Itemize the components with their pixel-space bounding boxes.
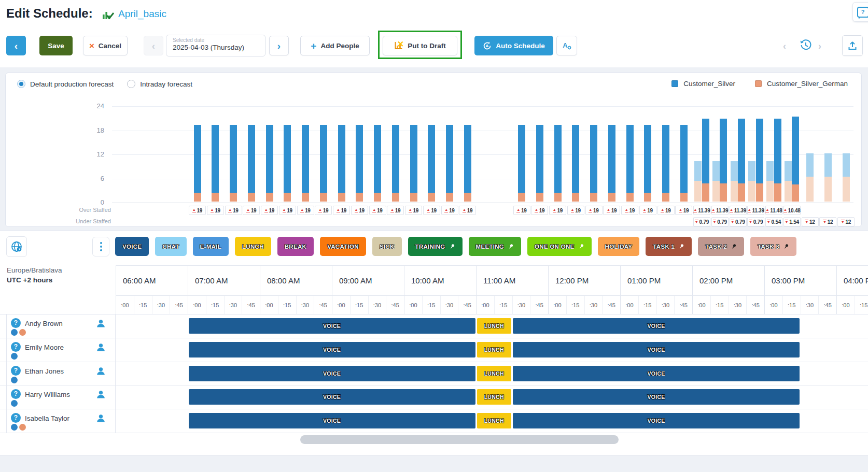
activity-button-training[interactable]: TRAINING	[408, 237, 463, 256]
history-clock-icon[interactable]	[799, 38, 813, 52]
pin-icon	[678, 244, 684, 250]
bar-segment-german	[806, 177, 814, 202]
schedule-rows: ?Andy BrownVOICELUNCHVOICE?Emily MooreVO…	[0, 314, 868, 433]
schedule-block-voice[interactable]: VOICE	[513, 342, 800, 357]
activity-button-holiday[interactable]: HOLIDAY	[598, 237, 640, 256]
cancel-button[interactable]: × Cancel	[83, 36, 128, 55]
activity-button-sick[interactable]: SICK	[372, 237, 402, 256]
save-button[interactable]: Save	[39, 36, 73, 55]
activity-button-task-1[interactable]: TASK 1	[646, 237, 692, 256]
next-day-button[interactable]: ›	[269, 36, 289, 55]
activity-button-one-on-one[interactable]: ONE ON ONE	[527, 237, 591, 256]
schedule-name-link[interactable]: April_basic	[118, 8, 166, 20]
history-next-icon[interactable]: ›	[818, 41, 821, 51]
employee-info-icon[interactable]: ?	[11, 413, 21, 423]
badge-value: 19	[341, 208, 347, 213]
employee-name-cell[interactable]: ?Emily Moore	[6, 338, 116, 362]
selected-date-label: Selected date	[173, 37, 259, 43]
schedule-block-lunch[interactable]: LUNCH	[477, 413, 512, 428]
timezone-globe-button[interactable]	[6, 236, 27, 257]
employee-info-icon[interactable]: ?	[11, 342, 21, 352]
y-axis-tick: 24	[73, 102, 104, 110]
activity-button-meeting[interactable]: MEETING	[469, 237, 522, 256]
bar-segment-silver	[626, 125, 634, 193]
arrow-up-icon: ▲	[693, 208, 697, 212]
schedule-block-voice[interactable]: VOICE	[189, 366, 475, 381]
quarter-cell: :30	[368, 296, 386, 314]
schedule-block-voice[interactable]: VOICE	[189, 389, 475, 405]
bar-segment-silver	[248, 125, 255, 193]
bar-segment-german	[356, 193, 363, 202]
person-icon[interactable]	[96, 390, 105, 399]
schedule-block-voice[interactable]: VOICE	[189, 318, 475, 334]
activity-button-task-2[interactable]: TASK 2	[698, 237, 744, 256]
add-people-button[interactable]: + Add People	[300, 36, 370, 55]
schedule-block-voice[interactable]: VOICE	[513, 389, 800, 405]
schedule-block-lunch[interactable]: LUNCH	[477, 389, 512, 405]
chart-bar	[702, 119, 709, 202]
history-previous-icon[interactable]: ‹	[783, 41, 786, 51]
arrow-up-icon: ▲	[355, 208, 358, 212]
bar-segment-silver	[410, 125, 417, 193]
quarter-cell: :15	[350, 296, 368, 314]
activity-button-vacation[interactable]: VACATION	[320, 237, 366, 256]
employee-info-icon[interactable]: ?	[11, 389, 21, 399]
export-button[interactable]	[842, 35, 863, 56]
bar-segment-german	[756, 183, 763, 202]
activity-button-lunch[interactable]: LUNCH	[235, 237, 271, 256]
skill-dot	[11, 424, 18, 431]
forecast-chart: 24181260Over StaffedUnder Staffed▲19▲19▲…	[6, 73, 861, 226]
person-icon[interactable]	[96, 414, 105, 423]
chart-bar	[766, 161, 774, 202]
person-icon[interactable]	[96, 319, 105, 328]
activity-button-e-mail[interactable]: E-MAIL	[193, 237, 229, 256]
selected-date-field[interactable]: Selected date 2025-04-03 (Thursday)	[166, 35, 265, 56]
arrow-up-icon: ▲	[283, 208, 286, 212]
arrow-up-icon: ▲	[643, 208, 647, 212]
put-to-draft-button[interactable]: Put to Draft	[383, 36, 457, 55]
employee-info-icon[interactable]: ?	[11, 366, 21, 376]
chart-bar	[843, 153, 850, 202]
under-staffed-badge: ▼12	[802, 217, 819, 226]
bar-segment-german	[843, 177, 850, 202]
activity-button-task-3[interactable]: TASK 3	[750, 237, 796, 256]
employee-name-cell[interactable]: ?Andy Brown	[6, 314, 116, 338]
quarter-cell: :45	[674, 296, 692, 314]
bar-segment-german	[536, 193, 543, 202]
schedule-block-lunch[interactable]: LUNCH	[477, 318, 512, 334]
badge-value: 11.39	[716, 208, 728, 213]
schedule-block-voice[interactable]: VOICE	[513, 318, 800, 334]
horizontal-scrollbar-thumb[interactable]	[300, 435, 619, 444]
schedule-block-voice[interactable]: VOICE	[189, 342, 475, 357]
bar-segment-silver	[824, 153, 832, 177]
activity-button-break[interactable]: BREAK	[277, 237, 314, 256]
arrow-up-icon: ▲	[337, 208, 340, 212]
chart-bar	[644, 125, 651, 202]
bar-segment-german	[590, 193, 597, 202]
quarter-cell: :15	[855, 296, 868, 314]
person-icon[interactable]	[96, 367, 105, 376]
employee-name-cell[interactable]: ?Ethan Jones	[6, 362, 116, 385]
chart-bar	[194, 125, 201, 202]
schedule-block-voice[interactable]: VOICE	[513, 366, 800, 381]
back-button[interactable]: ‹	[6, 36, 26, 55]
auto-schedule-button[interactable]: A Auto Schedule	[474, 36, 553, 55]
person-icon[interactable]	[96, 343, 105, 352]
activity-button-chat[interactable]: CHAT	[155, 237, 186, 256]
schedule-block-voice[interactable]: VOICE	[513, 413, 800, 428]
activity-menu-button[interactable]	[92, 237, 109, 256]
employee-name-cell[interactable]: ?Harry Williams	[6, 385, 116, 409]
employee-name-cell[interactable]: ?Isabella Taylor	[6, 409, 116, 433]
previous-day-button[interactable]: ‹	[144, 36, 163, 55]
hour-cell: 09:00 AM	[332, 266, 404, 295]
employee-info-icon[interactable]: ?	[11, 318, 21, 328]
chart-bar	[662, 125, 669, 202]
help-button[interactable]: ?	[852, 2, 868, 22]
activity-button-voice[interactable]: VOICE	[115, 237, 149, 256]
quarter-cell: :30	[152, 296, 170, 314]
activity-settings-button[interactable]: A	[556, 36, 577, 55]
schedule-block-voice[interactable]: VOICE	[189, 413, 475, 428]
schedule-block-lunch[interactable]: LUNCH	[477, 342, 512, 357]
arrow-up-icon: ▲	[516, 208, 520, 212]
schedule-block-lunch[interactable]: LUNCH	[477, 366, 512, 381]
